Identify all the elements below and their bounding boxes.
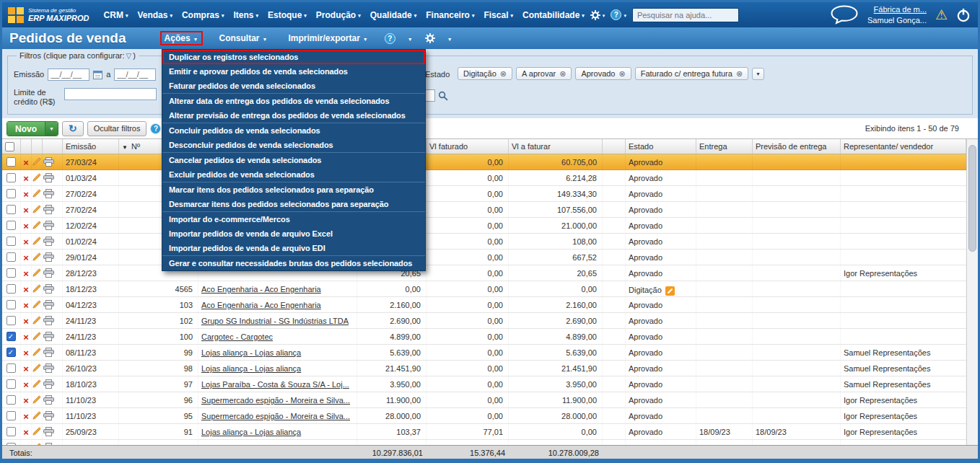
actions-menu-item[interactable]: Desmarcar itens dos pedidos selecionados… — [162, 197, 425, 211]
printer-icon[interactable] — [43, 186, 63, 201]
novo-button[interactable]: Novo ▼ — [6, 121, 58, 136]
printer-icon[interactable] — [43, 345, 63, 360]
table-row[interactable]: ✓×24/11/23100Cargotec - Cargotec4.899,00… — [2, 329, 966, 345]
row-checkbox[interactable] — [6, 300, 16, 309]
edit-pencil-icon[interactable] — [32, 265, 43, 281]
row-checkbox[interactable] — [6, 363, 16, 373]
scrollbar-thumb[interactable] — [968, 145, 976, 252]
delete-icon[interactable]: × — [21, 313, 32, 328]
table-row[interactable]: ×12/02/2421.000,000,0021.000,00Aprovado — [2, 218, 966, 234]
company-link[interactable]: Fábrica de m... — [867, 4, 927, 14]
row-checkbox[interactable] — [6, 443, 16, 445]
acoes-menu-button[interactable]: Ações ▼ — [160, 31, 203, 45]
header-representante[interactable]: Representante/ vendedor — [841, 139, 966, 154]
delete-icon[interactable]: × — [21, 202, 32, 217]
actions-menu-item[interactable]: Emitir e aprovar pedidos de venda seleci… — [162, 64, 425, 79]
printer-icon[interactable] — [43, 440, 63, 445]
row-checkbox[interactable] — [6, 157, 16, 167]
actions-menu-item[interactable]: Desconcluir pedidos de venda selecionado… — [162, 138, 425, 152]
row-checkbox[interactable] — [6, 316, 16, 325]
edit-pencil-icon[interactable] — [32, 440, 43, 445]
row-checkbox[interactable] — [6, 427, 16, 436]
actions-menu-item[interactable]: Faturar pedidos de venda selecionados — [162, 79, 425, 93]
chips-dropdown-button[interactable]: ▼ — [752, 68, 764, 80]
row-checkbox[interactable] — [6, 411, 16, 420]
client-link[interactable]: Grupo SG Industrial - SG Indústrias LTDA — [201, 317, 349, 325]
printer-icon[interactable] — [43, 154, 63, 169]
topbar-menu-contabilidade[interactable]: Contabilidade▾ — [522, 10, 585, 20]
table-row[interactable]: ×27/02/24149.334,300,00149.334,30Aprovad… — [2, 186, 966, 202]
gear-icon[interactable] — [425, 33, 435, 43]
actions-menu-item[interactable]: Excluir pedidos de venda selecionados — [162, 167, 425, 182]
row-checkbox[interactable] — [6, 268, 16, 278]
settings-menu[interactable]: ▾ — [590, 10, 605, 20]
topbar-menu-compras[interactable]: Compras▾ — [182, 10, 224, 20]
header-previsao[interactable]: Previsão de entrega — [753, 139, 841, 154]
client-link[interactable]: Supermercado espigão - Moreira e Silva..… — [201, 396, 350, 405]
delete-icon[interactable]: × — [21, 376, 32, 392]
table-row[interactable]: ×27/03/2460.705,000,0060.705,00Aprovado — [2, 154, 966, 170]
printer-icon[interactable] — [43, 297, 63, 312]
delete-icon[interactable]: × — [21, 440, 32, 445]
refresh-button[interactable]: ↻ — [62, 121, 84, 136]
remove-icon[interactable]: ⊗ — [618, 70, 625, 78]
header-select-all[interactable] — [2, 139, 21, 154]
delete-icon[interactable]: × — [21, 345, 32, 360]
limite-credito-input[interactable] — [64, 88, 157, 100]
topbar-menu-estoque[interactable]: Estoque▾ — [268, 10, 307, 20]
table-row[interactable]: ×29/01/24667,520,00667,52Aprovado — [2, 250, 966, 265]
actions-menu-item[interactable]: Importar do e-commerce/Mercos — [162, 212, 425, 226]
edit-pencil-icon[interactable] — [32, 218, 43, 233]
header-emissao[interactable]: Emissão — [63, 139, 119, 154]
actions-menu-item[interactable]: Alterar previsão de entrega dos pedidos … — [162, 108, 425, 123]
power-icon[interactable] — [956, 8, 971, 22]
remove-icon[interactable]: ⊗ — [736, 70, 743, 78]
printer-icon[interactable] — [43, 202, 63, 217]
client-link[interactable]: Lojas aliança - Lojas aliança — [201, 428, 301, 436]
row-checkbox[interactable] — [6, 284, 16, 294]
delete-icon[interactable]: × — [21, 297, 32, 312]
edit-note-icon[interactable] — [665, 286, 675, 296]
actions-menu-item[interactable]: Duplicar os registros selecionados — [162, 50, 425, 64]
table-row[interactable]: ×18/12/234565Aco Engenharia - Aco Engenh… — [2, 281, 966, 297]
edit-pencil-icon[interactable] — [32, 329, 43, 344]
delete-icon[interactable]: × — [21, 361, 32, 376]
delete-icon[interactable]: × — [21, 265, 32, 281]
help-icon[interactable]: ? — [385, 33, 395, 44]
topbar-menu-fiscal[interactable]: Fiscal▾ — [484, 10, 513, 20]
printer-icon[interactable] — [43, 170, 63, 185]
edit-pencil-icon[interactable] — [32, 408, 43, 423]
client-link[interactable]: Aco Engenharia - Aco Engenharia — [201, 285, 321, 294]
table-row[interactable]: ×04/12/23103Aco Engenharia - Aco Engenha… — [2, 297, 966, 313]
header-vl-a-faturar[interactable]: Vl a faturar — [509, 139, 603, 154]
edit-pencil-icon[interactable] — [32, 392, 43, 407]
edit-pencil-icon[interactable] — [32, 202, 43, 217]
actions-menu-item[interactable]: Gerar e consultar necessidades brutas do… — [162, 256, 425, 270]
consultar-menu-button[interactable]: Consultar ▼ — [215, 31, 272, 45]
table-row[interactable]: ×11/10/2395Supermercado espigão - Moreir… — [2, 408, 966, 424]
topbar-menu-vendas[interactable]: Vendas▾ — [137, 10, 172, 20]
printer-icon[interactable] — [43, 218, 63, 233]
client-link[interactable]: Lojas Paraíba - Costa & Souza S/A - Loj.… — [201, 380, 349, 389]
table-row[interactable]: × — [2, 440, 966, 445]
delete-icon[interactable]: × — [21, 281, 32, 296]
actions-menu-item[interactable]: Cancelar pedidos de venda selecionados — [162, 153, 425, 167]
table-row[interactable]: ×27/02/24107.556,000,00107.556,00Aprovad… — [2, 202, 966, 218]
row-checkbox[interactable] — [6, 395, 16, 405]
row-checkbox[interactable] — [6, 221, 16, 230]
help-menu[interactable]: ? ▾ — [611, 9, 626, 20]
printer-icon[interactable] — [43, 265, 63, 281]
chat-icon[interactable] — [830, 5, 859, 25]
imprimir-exportar-menu-button[interactable]: Imprimir/exportar ▼ — [284, 31, 372, 45]
delete-icon[interactable]: × — [21, 329, 32, 344]
table-row[interactable]: ×01/03/246.214,280,006.214,28Aprovado — [2, 170, 966, 186]
client-link[interactable]: Lojas aliança - Lojas aliança — [201, 348, 301, 357]
client-link[interactable]: Cargotec - Cargotec — [201, 332, 273, 341]
printer-icon[interactable] — [43, 329, 63, 344]
search-icon[interactable] — [438, 91, 448, 101]
printer-icon[interactable] — [43, 376, 63, 392]
chevron-down-icon[interactable]: ▼ — [45, 122, 58, 136]
printer-icon[interactable] — [43, 281, 63, 296]
table-row[interactable]: ×18/10/2397Lojas Paraíba - Costa & Souza… — [2, 376, 966, 392]
table-row[interactable]: ×24/11/23102Grupo SG Industrial - SG Ind… — [2, 313, 966, 329]
